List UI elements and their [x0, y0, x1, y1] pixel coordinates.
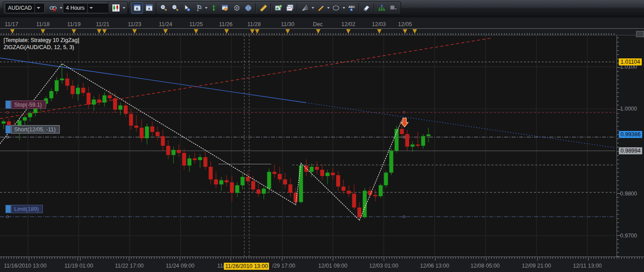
time-label: 11/24 09:00: [166, 263, 194, 269]
toolbar-separator: [270, 3, 271, 13]
time-tick: [170, 257, 170, 259]
layout-ask-button: A: [146, 4, 153, 11]
time-tick: [412, 257, 413, 259]
time-tick: [226, 257, 226, 259]
dropdown-arrow-button[interactable]: [342, 3, 346, 13]
chevron-down-icon: [327, 7, 330, 9]
blue-trendline-solid[interactable]: [0, 58, 305, 103]
view-rotate-button[interactable]: [231, 3, 242, 13]
price-tick: [617, 222, 619, 223]
strategy-nodes-button[interactable]: [376, 3, 387, 13]
add-image-button[interactable]: [273, 3, 284, 13]
limit-line[interactable]: [0, 216, 615, 218]
fit-vertical-button[interactable]: [208, 3, 219, 13]
time-axis[interactable]: 11/16/2010 13:0011/19 01:0011/22 17:0011…: [0, 257, 644, 272]
ellipse-tool-button[interactable]: [331, 3, 341, 13]
combo-dropdown-button[interactable]: [87, 4, 94, 13]
dropdown-arrow-button[interactable]: [122, 3, 126, 13]
time-tick: [216, 257, 216, 259]
stop-line[interactable]: [0, 111, 615, 114]
price-tick: [617, 138, 619, 139]
candle: [368, 187, 372, 198]
candle: [315, 161, 319, 174]
blue-trendline-dotted[interactable]: [305, 103, 615, 148]
time-tick: [568, 257, 568, 259]
time-tick: [264, 257, 264, 259]
zoom-in-draw-icon: [160, 4, 167, 11]
layout-ask-button[interactable]: A: [144, 3, 154, 13]
time-tick: [514, 257, 515, 259]
time-tick: [29, 257, 29, 261]
zoom-out-draw-button[interactable]: [170, 3, 181, 13]
time-tick: [335, 257, 336, 259]
cursor-zoom-button[interactable]: [181, 3, 192, 13]
time-tick: [70, 257, 70, 259]
dropdown-arrow-button[interactable]: [204, 3, 208, 13]
date-ruler[interactable]: 11/1711/1811/1911/2111/2311/2411/2511/26…: [0, 18, 644, 35]
time-tick: [402, 257, 402, 259]
unlink-button[interactable]: [48, 3, 58, 13]
price-tick: [617, 218, 619, 219]
time-tick: [417, 257, 418, 259]
time-tick: [172, 257, 173, 259]
zoom-in-draw-button[interactable]: [158, 3, 169, 13]
time-tick: [575, 257, 576, 259]
time-tick: [39, 257, 40, 259]
axis-settings-button[interactable]: [636, 31, 644, 37]
dropdown-arrow-button[interactable]: [59, 3, 63, 13]
time-tick: [126, 257, 127, 259]
candle: [204, 152, 208, 170]
stop-order-label[interactable]: Stop(-59.1): [5, 100, 46, 109]
price-tick: [617, 105, 619, 105]
time-tick: [409, 257, 410, 259]
time-tick: [21, 257, 22, 259]
pencil-button[interactable]: [315, 3, 326, 13]
date-ruler-label: 11/23: [128, 21, 141, 27]
windows-chart-button[interactable]: [285, 3, 295, 13]
order-drag-handle[interactable]: [5, 205, 11, 213]
price-axis[interactable]: 1.01001.00000.98000.97001.011040.993860.…: [617, 35, 644, 257]
dropdown-arrow-button[interactable]: [311, 3, 315, 13]
chart-type-candles-button[interactable]: [111, 3, 121, 13]
short-entry-line[interactable]: [0, 136, 615, 138]
time-tick: [274, 257, 274, 259]
time-tick: [606, 257, 606, 259]
candle: [97, 94, 101, 106]
menu-list-button[interactable]: [388, 3, 398, 13]
ruler-button[interactable]: [258, 3, 269, 13]
candle: [342, 180, 346, 194]
measure-zoom-button[interactable]: [193, 3, 204, 13]
combo-dropdown-button[interactable]: [35, 4, 42, 13]
time-tick: [159, 257, 160, 259]
symbol-combobox[interactable]: AUD/CAD: [5, 3, 45, 13]
time-tick: [284, 257, 285, 259]
price-badge: 0.99386: [619, 131, 642, 138]
dropdown-arrow-button[interactable]: [326, 3, 330, 13]
drag-window-button[interactable]: [220, 3, 231, 13]
time-tick: [54, 257, 55, 259]
globe-button[interactable]: [243, 3, 254, 13]
order-drag-handle[interactable]: [5, 125, 11, 134]
candlestick-chart[interactable]: [0, 35, 617, 257]
price-tick: [617, 189, 619, 189]
time-tick: [134, 257, 134, 259]
eraser-button[interactable]: [361, 3, 372, 13]
candle: [379, 184, 383, 198]
chart-canvas[interactable]: [Template: Strategy 10 ZigZag] ZIGZAG(AU…: [0, 35, 617, 257]
time-tick: [573, 257, 573, 259]
time-tick: [382, 257, 382, 259]
time-tick: [560, 257, 561, 259]
time-tick: [512, 257, 512, 259]
layout-bid-button[interactable]: B: [131, 2, 143, 14]
time-tick: [548, 257, 548, 259]
time-tick: [611, 257, 612, 259]
fan-lines-button[interactable]: [300, 3, 310, 13]
text-abc-button[interactable]: ABC: [346, 3, 357, 13]
order-drag-handle[interactable]: [5, 100, 11, 109]
time-tick: [376, 257, 377, 259]
time-tick: [445, 257, 446, 259]
time-tick: [27, 257, 27, 259]
time-tick: [106, 257, 106, 259]
short-position-label[interactable]: Short(12/05, -11): [5, 125, 60, 134]
limit-order-label[interactable]: Limit(189): [5, 205, 43, 213]
